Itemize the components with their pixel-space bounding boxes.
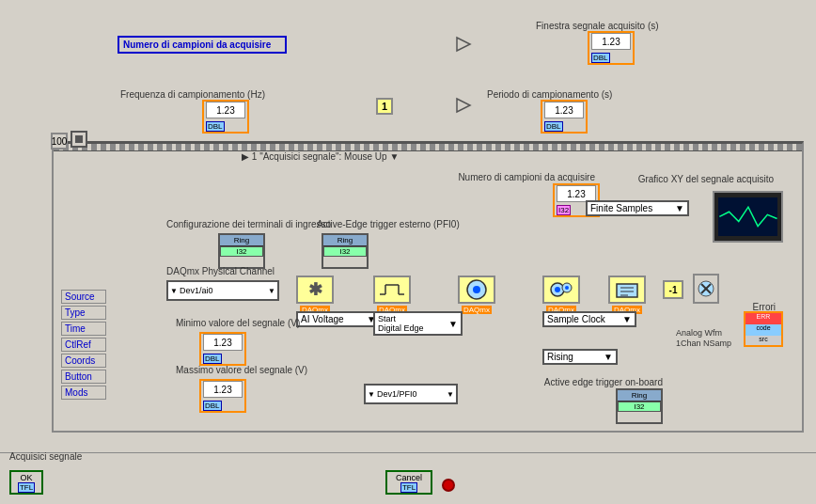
sidebar-item-mods[interactable]: Mods [61,386,106,400]
svg-point-52 [565,286,569,290]
sidebar-item-ctlref[interactable]: CtlRef [61,338,106,352]
daqmx-node-2 [373,276,411,304]
active-edge-label: Active-Edge trigger esterno (PFI0) [317,219,460,229]
clear-cluster-node [693,274,719,304]
svg-rect-41 [75,135,83,143]
active-edge-onboard-label: Active edge trigger on-board [544,377,663,387]
samples-label: Numero di campioni da acquisire [458,172,595,182]
error-cluster[interactable]: ERR code src [744,311,783,347]
svg-point-50 [555,287,560,292]
period-value: 1.23 [544,102,584,118]
sidebar-item-coords[interactable]: Coords [61,354,106,368]
pfi0-ctrl[interactable]: ▼ Dev1/PFI0 ▼ [364,384,458,404]
input-label-box: Numero di campioni da acquisire [118,36,287,54]
sidebar-item-time[interactable]: Time [61,322,106,336]
window-dbl-tag: DBL [591,53,610,63]
sidebar-item-type[interactable]: Type [61,306,106,320]
divide-arrow [455,97,472,116]
config-label: Configurazione dei terminali di ingresso [166,219,331,229]
max-value: 1.23 [203,381,243,398]
window-value: 1.23 [591,33,631,50]
active-edge-ring[interactable]: Ring I32 [322,233,369,269]
main-panel: 100 ▶ 1 "Acquisici segnale": Mouse Up ▼ … [52,141,804,433]
period-value-box[interactable]: 1.23 DBL [541,100,588,134]
config-ring[interactable]: Ring I32 [218,233,265,269]
daqmx-node-5 [608,276,646,304]
daqmx-phys-label: DAQmx Physical Channel [166,266,275,276]
samples-i32-tag: I32 [557,205,571,215]
period-label: Periodo di campionamento (s) [487,89,612,100]
wfm-graph-inner [718,197,778,236]
freq-dbl-tag: DBL [206,121,225,132]
svg-rect-60 [719,197,777,236]
iteration-counter: 100 [51,133,68,150]
section-label: Acquisici segnale [9,451,82,462]
max-dbl-tag: DBL [203,401,222,411]
ai-voltage-dropdown[interactable]: AI Voltage ▼ [296,311,381,327]
bottom-area: Acquisici segnale OK TFL Cancel TFL [0,452,816,504]
svg-point-48 [473,286,480,293]
cancel-tfl: TFL [400,482,417,493]
const-1: 1 [376,98,393,115]
min-dbl-tag: DBL [203,354,222,364]
finite-samples-dropdown[interactable]: Finite Samples ▼ [586,200,689,216]
ok-button[interactable]: OK TFL [9,470,43,495]
stop-icon[interactable] [71,131,87,148]
daqmx-node-3 [458,276,495,304]
svg-marker-39 [457,99,470,112]
max-val-label: Massimo valore del segnale (V) [176,365,307,375]
ok-label: OK [20,473,32,482]
svg-marker-40 [457,38,470,51]
panel-stripe [54,144,802,151]
sidebar: Source Type Time CtlRef Coords Button Mo… [61,290,106,402]
daqmx-node-3-tag: DAQmx [462,306,492,314]
sample-clock-dropdown[interactable]: Sample Clock ▼ [542,311,636,327]
min-val-label: Minimo valore del segnale (V) [176,318,300,328]
daqmx-node-4 [542,276,580,304]
active-edge-onboard-ring[interactable]: Ring I32 [616,388,663,424]
multiply-arrow [455,36,472,55]
ok-tfl: TFL [18,482,35,493]
freq-value-box[interactable]: 1.23 DBL [202,100,249,134]
min-value: 1.23 [203,334,243,351]
window-value-box[interactable]: 1.23 DBL [588,31,635,65]
max-val-box[interactable]: 1.23 DBL [199,379,246,413]
min-val-box[interactable]: 1.23 DBL [199,332,246,366]
wfm-graph[interactable] [713,191,783,243]
freq-label: Frequenza di campionamento (Hz) [120,89,265,100]
top-area: Numero di campioni da acquisire Finestra… [0,0,816,141]
rising-dropdown[interactable]: Rising ▼ [542,349,618,365]
cancel-button[interactable]: Cancel TFL [385,470,432,495]
daqmx-node-1: ✱ [296,276,334,304]
start-digital-edge-dropdown[interactable]: Start Digital Edge ▼ [373,311,463,336]
phys-chan-ctrl[interactable]: ▼ Dev1/ai0 ▼ [166,280,279,301]
cancel-label: Cancel [396,473,422,482]
graph-label: Grafico XY del segnale acquisito [638,174,774,184]
window-label: Finestra segnale acquisito (s) [536,21,659,31]
period-dbl-tag: DBL [544,121,563,132]
sidebar-item-source[interactable]: Source [61,290,106,304]
minus-one-const: -1 [663,280,683,299]
input-label-text: Numero di campioni da acquisire [123,39,271,50]
stop-circle[interactable] [442,479,455,492]
sidebar-item-button[interactable]: Button [61,370,106,384]
event-label: ▶ 1 "Acquisici segnale": Mouse Up ▼ [242,151,399,162]
freq-value: 1.23 [206,102,245,118]
analog-wfm-label: Analog Wfm 1Chan NSamp [676,327,731,348]
